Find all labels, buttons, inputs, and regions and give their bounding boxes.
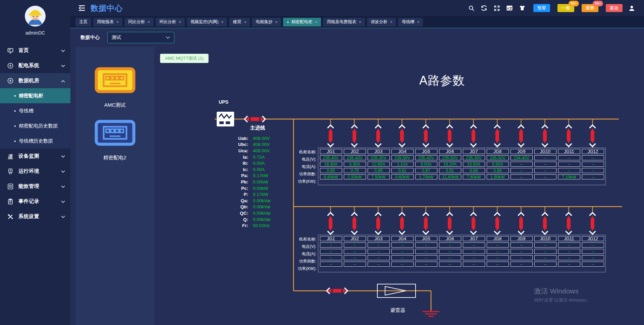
param-key: Ubc: (210, 142, 248, 147)
tab-close-icon[interactable]: × (359, 20, 361, 24)
sidebar-item-设备监测[interactable]: 设备监测 (0, 149, 70, 164)
cabinet-column-JG10: JG10-------- (533, 235, 557, 272)
tab-电能集抄[interactable]: 电能集抄× (252, 18, 281, 26)
sidebar-item-系统设置[interactable]: 系统设置 (0, 209, 70, 224)
cabinet-column-JG4: JG4-------- (390, 235, 414, 272)
value-cell: -- (439, 262, 461, 267)
tab-close-icon[interactable]: × (315, 20, 317, 24)
cabinet-name-cell: JG6 (439, 149, 461, 154)
value-cell: 5.50A (487, 162, 509, 167)
value-cell: -- (534, 249, 556, 254)
table-row-labels: 机柜名称:电压(V):电流(A):功率因数:功率(KW): (297, 148, 318, 185)
tab-用能及电费报表[interactable]: 用能及电费报表× (323, 18, 365, 26)
menu-fold-icon[interactable] (78, 4, 86, 12)
cabinet-column-JG7: JG7-------- (462, 235, 486, 272)
alarm-button-紧急[interactable]: 紧急 (606, 4, 623, 12)
alarm-button-预警[interactable]: 预警 (533, 4, 550, 12)
cabinet-name-cell: JG10 (534, 149, 556, 154)
value-cell: 235.50V (439, 155, 461, 160)
fullscreen-icon[interactable] (493, 4, 500, 12)
value-cell: -- (344, 255, 366, 260)
sidebar-subitem-母线槽历史数据[interactable]: 母线槽历史数据 (0, 133, 70, 149)
cabinet-name-cell: JG9 (511, 149, 533, 154)
sidebar-menu: 首页配电系统数据机房精密配电柜母线槽精密配电历史数据母线槽历史数据设备监测运行环… (0, 43, 70, 224)
value-cell: -- (391, 262, 414, 267)
alarm-button-重要[interactable]: 重要99+ (582, 4, 598, 12)
sidebar-item-能效管理[interactable]: 能效管理 (0, 179, 70, 194)
value-cell: -- (582, 255, 604, 260)
alarm-button-一般[interactable]: 一般99+ (557, 4, 574, 12)
sidebar-item-配电系统[interactable]: 配电系统 (0, 58, 70, 73)
cabinet-name-cell: JG2 (344, 236, 366, 241)
translate-icon[interactable]: A文 (506, 4, 513, 12)
tab-精密配电柜[interactable]: 精密配电柜× (283, 18, 321, 26)
sidebar-item-事件记录[interactable]: 事件记录 (0, 194, 70, 209)
param-row: Fr:50.02Hz (210, 222, 271, 229)
content-area: AMC测试精密配电2 AMC MQTT测试 (1) A路参数 UPS 主进线 U… (70, 47, 644, 325)
cabinet-column-JG1: JG1235.40V16.40A0.858.80kW (319, 148, 343, 184)
param-value: 0.00kW (253, 179, 268, 184)
refresh-icon[interactable] (480, 4, 488, 12)
tab-close-icon[interactable]: × (275, 20, 277, 24)
tab-close-icon[interactable]: × (221, 20, 223, 24)
tab-close-icon[interactable]: × (244, 20, 246, 24)
value-cell: -- (415, 249, 437, 254)
value-cell: 2.50kW (344, 174, 366, 179)
user-icon[interactable] (628, 4, 635, 12)
tab-同比分析[interactable]: 同比分析× (124, 18, 154, 26)
search-icon[interactable] (468, 4, 475, 12)
chevron-down-icon (61, 214, 65, 219)
tab-close-icon[interactable]: × (116, 20, 119, 24)
tab-楼层[interactable]: 楼层× (229, 18, 250, 26)
cabinet-column-JG11: JG11------7.10kW (557, 148, 581, 184)
sidebar-subitem-母线槽[interactable]: 母线槽 (0, 103, 70, 118)
cabinet-column-JG6: JG6-------- (438, 235, 462, 272)
param-value: 0.17kW (253, 192, 268, 197)
sidebar-subitem-精密配电柜[interactable]: 精密配电柜 (0, 88, 70, 103)
value-cell: -- (368, 249, 390, 254)
param-row: Pb:0.00kW (210, 179, 271, 185)
param-row: Ubc:408.00V (210, 142, 271, 148)
value-cell: 7.10kW (558, 174, 580, 179)
value-cell: -- (415, 255, 437, 260)
tab-close-icon[interactable]: × (390, 20, 392, 24)
diagram-area: AMC MQTT测试 (1) A路参数 UPS 主进线 Uab:408.00VU… (154, 47, 644, 325)
datacenter-select[interactable]: 测试 (107, 32, 174, 43)
tab-环比分析[interactable]: 环比分析× (156, 18, 185, 26)
sidebar: adminDC 首页配电系统数据机房精密配电柜母线槽精密配电历史数据母线槽历史数… (0, 0, 70, 325)
table-row-labels: 机柜名称:电压(V):电流(A):功率因数:功率(KW): (297, 235, 318, 272)
tab-主页[interactable]: 主页 (75, 18, 91, 26)
tab-label: 用能报表 (97, 19, 114, 25)
tab-close-icon[interactable]: × (417, 20, 419, 24)
tab-close-icon[interactable]: × (148, 20, 150, 24)
energy-icon (7, 183, 14, 190)
tab-母线槽[interactable]: 母线槽× (398, 18, 423, 26)
tab-视频监控(内网)[interactable]: 视频监控(内网)× (187, 18, 227, 26)
value-cell: 234.40V (511, 155, 533, 160)
value-cell: -- (415, 242, 437, 248)
param-value: 0.00A (253, 167, 265, 172)
sidebar-item-数据机房[interactable]: 数据机房 (0, 73, 70, 88)
device-card-AMC测试[interactable]: AMC测试 (95, 67, 136, 108)
theme-icon[interactable] (519, 4, 526, 12)
cabinet-name-cell: JG8 (487, 236, 509, 241)
sidebar-subitem-精密配电历史数据[interactable]: 精密配电历史数据 (0, 118, 70, 133)
power-system-icon (7, 62, 14, 69)
tab-用能报表[interactable]: 用能报表× (93, 18, 122, 26)
value-cell: -- (320, 249, 342, 254)
value-cell: -- (534, 155, 556, 160)
value-cell: -- (534, 162, 556, 167)
value-cell: -- (487, 255, 509, 260)
sidebar-item-首页[interactable]: 首页 (0, 43, 70, 58)
sidebar-item-运行环境[interactable]: 运行环境 (0, 164, 70, 179)
chevron-down-icon (61, 199, 65, 204)
device-card-精密配电2[interactable]: 精密配电2 (95, 120, 136, 161)
amc-mqtt-button[interactable]: AMC MQTT测试 (1) (160, 54, 209, 63)
value-cell: -- (534, 174, 556, 179)
value-cell: 1.90kW (487, 174, 509, 179)
cabinet-name-cell: JG3 (368, 149, 390, 154)
cabinet-icon (95, 120, 136, 147)
tab-close-icon[interactable]: × (179, 20, 181, 24)
tab-谐波分析[interactable]: 谐波分析× (367, 18, 396, 26)
value-cell: -- (439, 249, 461, 254)
